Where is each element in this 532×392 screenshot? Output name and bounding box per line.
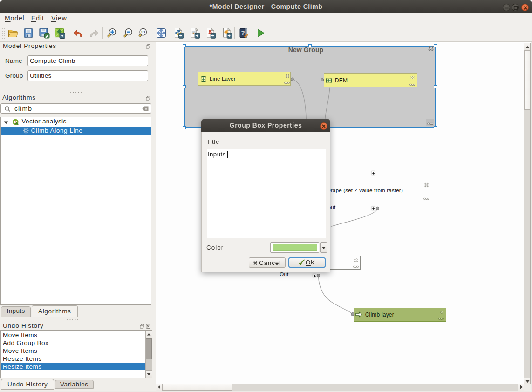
svg-text:?: ? [241,29,245,36]
svg-text:1:1: 1:1 [141,30,145,34]
